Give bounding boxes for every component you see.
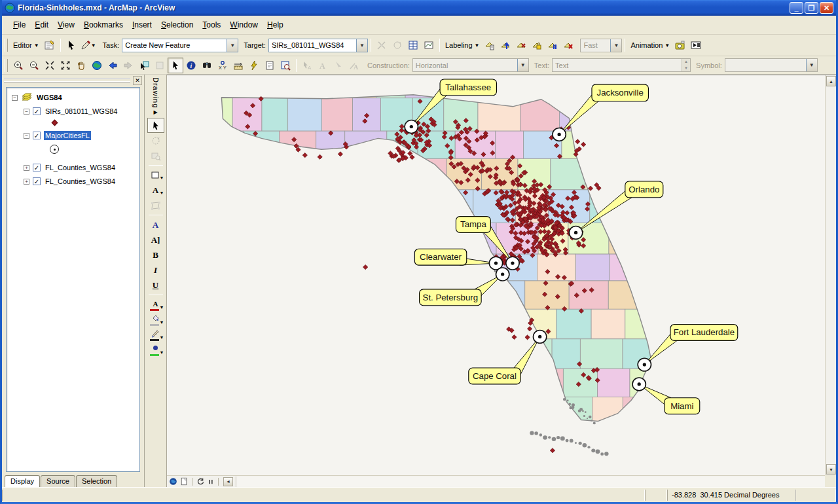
layer-label[interactable]: FL_Counties_WGS84 <box>44 177 117 186</box>
label-pause-button[interactable] <box>545 37 560 53</box>
select-elements-icon[interactable] <box>168 58 183 73</box>
menu-window[interactable]: Window <box>225 18 263 31</box>
combo-dropdown-icon[interactable]: ▼ <box>356 39 367 52</box>
expander-minus-icon[interactable]: − <box>24 133 29 139</box>
identify-icon[interactable]: i <box>183 58 199 73</box>
menu-selection[interactable]: Selection <box>156 18 198 31</box>
dataframe-label[interactable]: WGS84 <box>35 93 64 102</box>
map-canvas[interactable]: TallahasseeJacksonvilleOrlandoTampaClear… <box>167 75 825 475</box>
chevron-down-icon[interactable]: ▼ <box>160 350 164 355</box>
measure-icon[interactable] <box>230 58 246 73</box>
layer-row-sinkholes[interactable]: − ✓ SIRs_081011_WGS84 <box>24 107 137 116</box>
vertical-scrollbar[interactable]: ▲ ▼ <box>825 75 836 475</box>
scroll-up-icon[interactable]: ▲ <box>826 76 836 86</box>
expander-minus-icon[interactable]: − <box>24 109 29 115</box>
layer-checkbox[interactable]: ✓ <box>33 164 41 171</box>
toolbar-grip[interactable] <box>5 59 8 72</box>
underline-button[interactable]: U <box>147 278 164 293</box>
menu-edit[interactable]: Edit <box>30 18 53 31</box>
pause-drawing-button[interactable] <box>208 478 214 486</box>
magnifier-window-icon[interactable] <box>278 58 293 73</box>
tab-source[interactable]: Source <box>41 475 75 487</box>
full-extent-icon[interactable] <box>89 58 105 73</box>
italic-button[interactable]: I <box>147 262 164 278</box>
hyperlink-icon[interactable] <box>246 58 262 73</box>
layer-symbol-row[interactable] <box>52 120 137 125</box>
layer-row-majorcities[interactable]: − ✓ MajorCitiesFL <box>24 131 137 140</box>
toc-drag-grip[interactable] <box>4 78 130 82</box>
close-button[interactable]: ✕ <box>820 2 833 14</box>
label-priority-button[interactable] <box>482 37 498 53</box>
chevron-down-icon[interactable]: ▼ <box>160 305 164 310</box>
label-stop-button[interactable] <box>560 37 576 53</box>
pan-icon[interactable] <box>73 58 89 73</box>
layer-checkbox[interactable]: ✓ <box>33 177 41 185</box>
layer-row-counties-1[interactable]: + ✓ FL_Counties_WGS84 <box>24 163 137 172</box>
expander-plus-icon[interactable]: + <box>24 179 29 185</box>
back-extent-icon[interactable] <box>105 58 120 73</box>
layer-label[interactable]: SIRs_081011_WGS84 <box>44 107 118 116</box>
menu-view[interactable]: View <box>53 18 79 31</box>
label-lock-button[interactable] <box>529 37 545 53</box>
select-elements-tool[interactable] <box>147 118 164 133</box>
toolbar-grip[interactable] <box>5 39 8 52</box>
scroll-left-icon[interactable]: ◄ <box>223 477 233 486</box>
select-features-icon[interactable] <box>136 58 152 73</box>
drawing-toolbar-label[interactable]: Drawing <box>152 77 160 108</box>
menu-insert[interactable]: Insert <box>128 18 156 31</box>
refresh-view-button[interactable] <box>196 477 205 486</box>
tab-selection[interactable]: Selection <box>76 475 117 487</box>
sketch-properties-button[interactable] <box>421 37 437 53</box>
toc-close-button[interactable]: ✕ <box>133 76 142 85</box>
chevron-down-icon[interactable]: ▼ <box>160 320 164 325</box>
layer-symbol-row[interactable] <box>50 145 137 154</box>
expander-plus-icon[interactable]: + <box>24 165 29 171</box>
menu-bookmarks[interactable]: Bookmarks <box>79 18 128 31</box>
editor-menu-button[interactable]: Editor▼ <box>10 41 42 49</box>
expander-minus-icon[interactable]: − <box>12 95 18 101</box>
chevron-down-icon[interactable]: ▼ <box>160 175 164 180</box>
animation-controls-button[interactable] <box>688 37 704 53</box>
editor-toolbar-icon[interactable] <box>42 37 58 53</box>
zoom-in-icon[interactable] <box>10 58 26 73</box>
layout-view-button[interactable] <box>180 477 188 486</box>
html-popup-icon[interactable] <box>262 58 278 73</box>
minimize-button[interactable]: _ <box>790 2 803 14</box>
chevron-down-icon[interactable]: ▼ <box>160 335 164 340</box>
animation-menu-button[interactable]: Animation▼ <box>628 41 672 49</box>
bold-button[interactable]: B <box>147 247 164 262</box>
scroll-down-icon[interactable]: ▼ <box>826 464 836 475</box>
combo-dropdown-icon[interactable]: ▼ <box>227 39 238 52</box>
tab-display[interactable]: Display <box>5 475 40 487</box>
restore-button[interactable]: ❐ <box>805 2 818 14</box>
target-combo[interactable]: SIRs_081011_WGS84▼ <box>268 39 368 52</box>
layer-checkbox[interactable]: ✓ <box>33 107 41 115</box>
label-weight-button[interactable] <box>498 37 513 53</box>
find-icon[interactable] <box>199 58 215 73</box>
fill-color-button[interactable]: ▼ <box>147 312 164 327</box>
marker-color-button[interactable]: ▼ <box>147 342 164 357</box>
label-view-unplaced-button[interactable] <box>513 37 529 53</box>
menu-tools[interactable]: Tools <box>198 18 225 31</box>
data-view-button[interactable] <box>169 477 177 486</box>
task-combo[interactable]: Create New Feature▼ <box>122 39 238 52</box>
zoom-out-icon[interactable] <box>26 58 42 73</box>
layer-label[interactable]: FL_Counties_WGS84 <box>44 163 117 172</box>
menu-file[interactable]: File <box>9 18 30 31</box>
new-rectangle-tool[interactable]: ▼ <box>147 168 164 183</box>
fixed-zoom-in-icon[interactable] <box>42 58 58 73</box>
font-size-button[interactable]: A] <box>147 232 164 247</box>
go-to-xy-icon[interactable]: XY <box>215 58 230 73</box>
font-button[interactable]: A <box>147 217 164 232</box>
fixed-zoom-out-icon[interactable] <box>58 58 73 73</box>
layer-label-selected[interactable]: MajorCitiesFL <box>44 131 91 140</box>
toc-root-row[interactable]: − WGS84 <box>12 93 137 102</box>
font-color-button[interactable]: A ▼ <box>147 297 164 312</box>
new-text-tool[interactable]: A ▼ <box>147 183 164 198</box>
drawing-menu-arrow-icon[interactable]: ▶ <box>153 109 157 115</box>
attributes-button[interactable] <box>405 37 421 53</box>
horizontal-scrollbar[interactable] <box>236 477 825 487</box>
edit-tool-button[interactable] <box>64 37 79 53</box>
layer-checkbox[interactable]: ✓ <box>33 132 41 139</box>
labeling-menu-button[interactable]: Labeling▼ <box>443 41 483 49</box>
